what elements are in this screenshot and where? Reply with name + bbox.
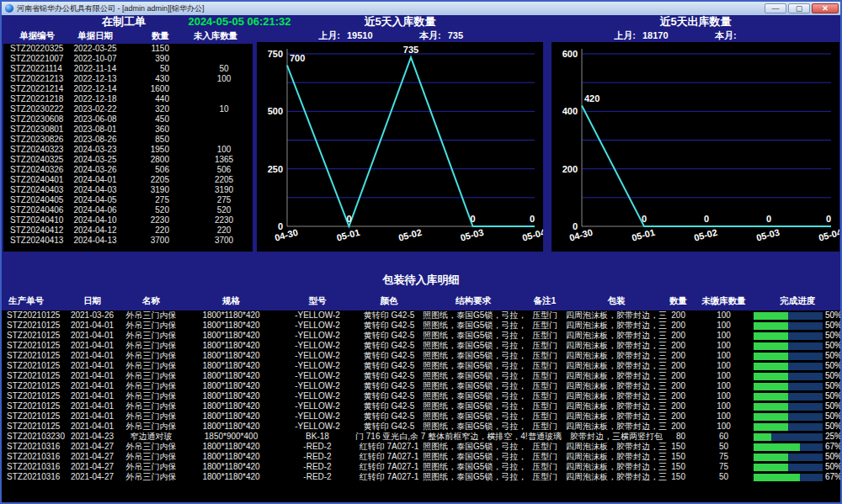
table-cell: 50 xyxy=(179,64,253,74)
table-cell: 压型门 xyxy=(524,321,566,331)
table-cell: 100 xyxy=(696,351,751,361)
table-cell: -YELLOW-2 xyxy=(280,401,355,411)
table-cell: STZ20240401 xyxy=(3,175,71,185)
table-cell: 压型门 xyxy=(524,381,566,391)
table-row: STZ202212142022-12-141600 xyxy=(3,84,253,94)
progress-fill xyxy=(754,373,788,380)
maximize-button[interactable]: ▢ xyxy=(788,3,810,13)
column-header: 型号 xyxy=(280,295,355,307)
table-cell: 220 xyxy=(120,225,179,236)
table-row: STZ202103162021-04-27外吊三门内保1800*1180*420… xyxy=(2,452,842,462)
svg-text:250: 250 xyxy=(268,164,283,174)
table-cell: -YELLOW-2 xyxy=(280,422,355,432)
this-month-label: 本月: xyxy=(419,29,441,42)
column-header: 颜色 xyxy=(355,295,423,307)
table-cell: 照图纸，泰国G5锁，弓拉， xyxy=(423,411,524,422)
table-row: STZ202101252021-04-01外吊三门内保1800*1180*420… xyxy=(2,331,842,341)
column-header: 规格 xyxy=(183,295,280,307)
table-row: STZ202103162021-04-27外吊三门内保1800*1180*420… xyxy=(2,442,842,452)
table-cell: 2800 xyxy=(120,155,179,165)
table-cell: 1800*1180*420 xyxy=(183,462,280,472)
table-row: STZ202404032024-04-0331903190 xyxy=(3,185,253,195)
table-cell: 3190 xyxy=(179,185,253,195)
table-cell: 100 xyxy=(696,331,751,341)
table-row: STZ202404012024-04-0122052205 xyxy=(3,175,253,185)
table-cell: 四周泡沫板，胶带封边，三 xyxy=(566,442,667,452)
close-button[interactable]: ✕ xyxy=(812,3,839,13)
table-row: STZ202101252021-04-01外吊三门内保1800*1180*420… xyxy=(2,411,842,422)
column-header: 单据编号 xyxy=(3,30,71,42)
progress-bar xyxy=(754,322,823,330)
table-cell: 外吊三门内保 xyxy=(120,411,183,422)
table-cell: 外吊三门内保 xyxy=(120,422,183,432)
table-cell: 照图纸，泰国G5锁，弓拉， xyxy=(423,391,524,401)
table-cell: STZ20210125 xyxy=(2,371,65,381)
table-cell: 黄转印 G42-5 xyxy=(355,351,423,361)
title-bar[interactable]: 河南省锦华办公机具有限公司 - [admin admin][锦华办公] — ▢ … xyxy=(2,2,840,15)
progress-bar xyxy=(754,464,823,471)
table-cell: 3190 xyxy=(120,185,179,195)
table-cell: 外吊三门内保 xyxy=(120,381,183,391)
table-cell: 150 xyxy=(667,462,696,472)
table-cell xyxy=(179,125,253,135)
table-row: STZ202306082023-06-08450 xyxy=(3,114,253,125)
column-header: 备注1 xyxy=(524,295,566,307)
progress-fill xyxy=(754,393,788,401)
table-cell: -YELLOW-2 xyxy=(280,331,355,341)
progress-cell: 50% xyxy=(751,321,842,331)
packing-table: STZ202101252021-03-26外吊三门内保1800*1180*420… xyxy=(2,310,842,502)
table-cell: 照图纸，泰国G5锁，弓拉， xyxy=(423,442,524,452)
minimize-button[interactable]: — xyxy=(765,3,786,13)
table-cell: 2023-08-26 xyxy=(71,135,120,145)
progress-cell: 50% xyxy=(751,351,842,361)
table-cell: 四周泡沫板，胶带封边，三 xyxy=(566,472,667,482)
table-cell: 黄转印 G42-5 xyxy=(355,341,423,351)
progress-cell: 50% xyxy=(751,381,842,391)
table-cell: 四周泡沫板，胶带封边，三 xyxy=(566,371,667,381)
table-cell: STZ20210125 xyxy=(2,351,65,361)
svg-text:0: 0 xyxy=(704,214,709,224)
progress-label: 50% xyxy=(825,401,842,411)
table-cell: BK-18 xyxy=(280,432,355,442)
table-cell: 黄转印 G42-5 xyxy=(355,381,423,391)
table-cell: 外吊三门内保 xyxy=(120,391,183,401)
table-cell: 150 xyxy=(667,452,696,462)
table-cell: 440 xyxy=(120,94,179,104)
last-month-value: 18170 xyxy=(642,30,676,40)
table-cell: 200 xyxy=(667,401,696,411)
table-cell: 60 xyxy=(696,432,751,442)
table-cell: 黄转印 G42-5 xyxy=(355,411,423,422)
column-header: 结构要求 xyxy=(423,295,524,307)
table-cell: 照图纸，泰国G5锁，弓拉， xyxy=(423,361,524,371)
table-cell: 外吊三门内保 xyxy=(120,331,183,341)
svg-text:0: 0 xyxy=(278,221,283,231)
progress-fill xyxy=(754,322,788,330)
progress-bar xyxy=(754,433,823,441)
table-cell: 窄边通对玻 xyxy=(120,432,183,442)
column-header: 未缴库数量 xyxy=(696,295,751,307)
progress-label: 50% xyxy=(825,462,842,472)
table-row: STZ202101252021-03-26外吊三门内保1800*1180*420… xyxy=(2,310,842,321)
table-cell: 3700 xyxy=(120,236,179,246)
progress-cell: 50% xyxy=(751,411,842,422)
svg-text:0: 0 xyxy=(530,214,535,224)
table-cell: 150 xyxy=(667,472,696,482)
progress-cell: 50% xyxy=(751,422,842,432)
column-header: 单据日期 xyxy=(71,30,120,42)
table-cell: 黄转印 G42-5 xyxy=(355,331,423,341)
table-cell xyxy=(179,54,253,64)
table-cell: 外吊三门内保 xyxy=(120,442,183,452)
progress-label: 67% xyxy=(825,472,842,482)
table-cell: 照图纸，泰国G5锁，弓拉， xyxy=(423,422,524,432)
table-cell: 2021-04-01 xyxy=(65,321,120,331)
table-cell: 2021-04-27 xyxy=(65,472,120,482)
progress-cell: 67% xyxy=(751,472,842,482)
table-cell: 压型门 xyxy=(524,411,566,422)
progress-cell: 50% xyxy=(751,401,842,411)
svg-text:0: 0 xyxy=(470,214,475,224)
table-cell: STZ20210125 xyxy=(2,401,65,411)
column-header: 生产单号 xyxy=(2,295,65,307)
table-cell: STZ20210125 xyxy=(2,361,65,371)
table-cell: 2023-02-22 xyxy=(71,104,120,114)
table-cell: STZ20210316 xyxy=(2,442,65,452)
